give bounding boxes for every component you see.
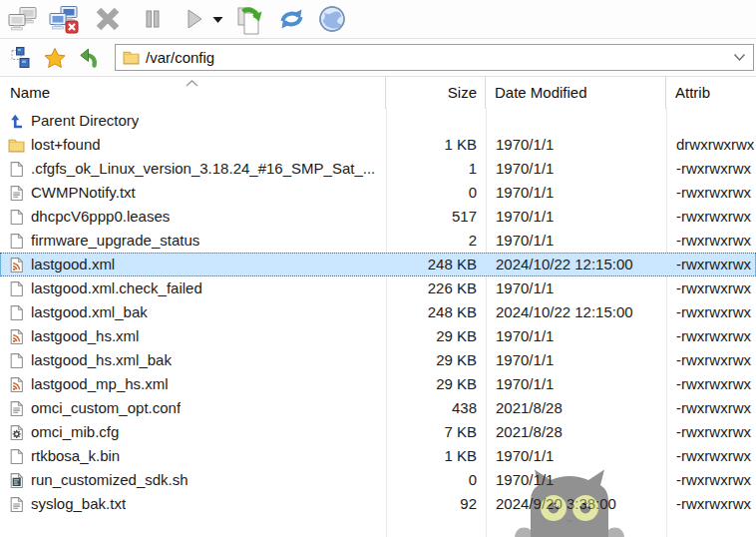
file-name-label: firmware_upgrade_status: [31, 229, 199, 253]
file-row[interactable]: lastgood_mp_hs.xml29 KB1970/1/1-rwxrwxrw…: [0, 372, 756, 396]
file-date-cell: 1970/1/1: [486, 444, 666, 468]
sync-browsing-icon: [10, 46, 33, 70]
file-date-cell: 2024/10/22 12:15:00: [486, 300, 666, 324]
file-row[interactable]: lost+found1 KB1970/1/1drwxrwxrwx: [0, 133, 756, 157]
file-icon: [8, 161, 25, 178]
file-row[interactable]: lastgood.xml248 KB2024/10/22 12:15:00-rw…: [0, 253, 756, 276]
file-name-label: lastgood_hs.xml_bak: [31, 348, 172, 372]
file-icon: [8, 304, 25, 321]
chevron-down-icon[interactable]: [731, 51, 748, 64]
file-icon: [8, 448, 25, 465]
file-icon: [8, 209, 25, 226]
file-name-cell: Parent Directory: [0, 109, 386, 133]
file-row[interactable]: CWMPNotify.txt01970/1/1-rwxrwxrwx: [0, 181, 756, 205]
text-file-icon: [8, 496, 25, 513]
text-file-icon: [8, 185, 25, 202]
script-file-icon: [8, 472, 25, 489]
connect-button[interactable]: [6, 5, 41, 34]
file-icon: [8, 280, 25, 297]
file-row[interactable]: omci_mib.cfg7 KB2021/8/28-rwxrwxrwx: [0, 420, 756, 444]
file-date-cell: 2021/8/28: [486, 420, 666, 444]
file-attrib-cell: -rwxrwxrwx: [666, 372, 756, 396]
globe-button[interactable]: [315, 3, 349, 35]
file-row[interactable]: dhcpcV6ppp0.leases5171970/1/1-rwxrwxrwx: [0, 205, 756, 229]
file-name-label: lastgood.xml: [31, 253, 115, 276]
file-date-cell: 1970/1/1: [486, 468, 666, 492]
transfer-icon: [235, 4, 266, 35]
file-row[interactable]: run_customized_sdk.sh01970/1/1-rwxrwxrwx: [0, 468, 756, 492]
file-manager-window: Name Size Date Modified Attrib Parent Di…: [0, 0, 756, 537]
file-size-cell: 1 KB: [386, 444, 486, 468]
file-row[interactable]: syslog_bak.txt922024/9/20 3:38:00-rwxrwx…: [0, 492, 756, 516]
file-name-label: .cfgfs_ok_Linux_version_3.18.24_#16_SMP_…: [31, 157, 375, 181]
address-bar[interactable]: [115, 44, 754, 71]
up-directory-button[interactable]: [75, 45, 103, 71]
pause-button[interactable]: [140, 4, 166, 34]
file-attrib-cell: -rwxrwxrwx: [666, 157, 756, 181]
play-dropdown-button[interactable]: [210, 14, 225, 25]
column-header-date-modified[interactable]: Date Modified: [486, 77, 666, 109]
file-name-label: lost+found: [31, 133, 101, 157]
file-row[interactable]: firmware_upgrade_status21970/1/1-rwxrwxr…: [0, 229, 756, 253]
file-size-cell: 248 KB: [386, 253, 486, 276]
file-name-cell: rtkbosa_k.bin: [0, 444, 386, 468]
file-date-cell: 1970/1/1: [486, 324, 666, 348]
column-header-attrib[interactable]: Attrib: [666, 77, 756, 109]
file-size-cell: 1 KB: [386, 133, 486, 157]
main-toolbar: [0, 0, 756, 39]
file-attrib-cell: -rwxrwxrwx: [666, 492, 756, 516]
text-file-icon: [8, 400, 25, 417]
file-row[interactable]: lastgood.xml_bak248 KB2024/10/22 12:15:0…: [0, 300, 756, 324]
file-attrib-cell: -rwxrwxrwx: [666, 396, 756, 420]
file-name-label: lastgood_hs.xml: [31, 324, 139, 348]
play-icon: [182, 5, 205, 33]
file-attrib-cell: -rwxrwxrwx: [666, 468, 756, 492]
abort-button[interactable]: [92, 4, 124, 34]
xml-file-icon: [8, 257, 25, 273]
file-attrib-cell: -rwxrwxrwx: [666, 229, 756, 253]
file-row[interactable]: lastgood.xml.check_failed226 KB1970/1/1-…: [0, 276, 756, 300]
column-header-attrib-label: Attrib: [675, 84, 710, 101]
file-name-cell: lastgood.xml_bak: [0, 300, 386, 324]
parent-directory-row[interactable]: Parent Directory: [0, 109, 756, 133]
file-name-cell: omci_mib.cfg: [0, 420, 386, 444]
address-input[interactable]: [140, 49, 731, 66]
up-directory-icon: [77, 46, 101, 70]
file-name-cell: run_customized_sdk.sh: [0, 468, 386, 492]
file-name-cell: omci_custom_opt.conf: [0, 396, 386, 420]
file-row[interactable]: rtkbosa_k.bin1 KB1970/1/1-rwxrwxrwx: [0, 444, 756, 468]
disconnect-button[interactable]: [47, 4, 82, 35]
file-size-cell: 1: [386, 157, 486, 181]
file-attrib-cell: drwxrwxrwx: [666, 133, 756, 157]
file-name-label: lastgood.xml.check_failed: [31, 276, 202, 300]
play-button[interactable]: [180, 4, 207, 34]
file-date-cell: 2024/9/20 3:38:00: [486, 492, 666, 516]
file-attrib-cell: -rwxrwxrwx: [666, 205, 756, 229]
file-row[interactable]: lastgood_hs.xml29 KB1970/1/1-rwxrwxrwx: [0, 324, 756, 348]
column-header-size[interactable]: Size: [386, 77, 486, 109]
file-size-cell: 29 KB: [386, 372, 486, 396]
refresh-button[interactable]: [274, 4, 309, 34]
file-row[interactable]: lastgood_hs.xml_bak29 KB1970/1/1-rwxrwxr…: [0, 348, 756, 372]
file-name-cell: lost+found: [0, 133, 386, 157]
play-dropdown-icon: [212, 15, 223, 24]
file-name-cell: lastgood.xml.check_failed: [0, 276, 386, 300]
parent-directory-icon: [8, 113, 25, 130]
file-size-cell: 438: [386, 396, 486, 420]
favorites-star-button[interactable]: [41, 45, 69, 71]
column-header-name[interactable]: Name: [0, 77, 386, 109]
favorites-star-icon: [43, 46, 67, 70]
file-date-cell: 1970/1/1: [486, 205, 666, 229]
file-name-label: lastgood.xml_bak: [31, 300, 148, 324]
sort-ascending-icon: [186, 80, 198, 87]
file-name-label: CWMPNotify.txt: [31, 181, 136, 205]
file-row[interactable]: .cfgfs_ok_Linux_version_3.18.24_#16_SMP_…: [0, 157, 756, 181]
file-name-label: run_customized_sdk.sh: [31, 468, 189, 492]
file-attrib-cell: -rwxrwxrwx: [666, 420, 756, 444]
transfer-button[interactable]: [233, 3, 268, 36]
sync-browsing-button[interactable]: [8, 45, 35, 71]
file-name-cell: lastgood_hs.xml: [0, 324, 386, 348]
file-row[interactable]: omci_custom_opt.conf4382021/8/28-rwxrwxr…: [0, 396, 756, 420]
file-size-cell: 0: [386, 181, 486, 205]
refresh-icon: [276, 5, 307, 33]
